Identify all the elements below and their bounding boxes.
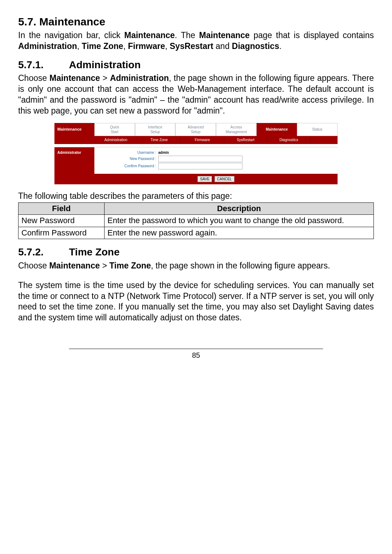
sidebar-administrator: Administrator	[54, 147, 94, 174]
tab-interface-setup[interactable]: Interface Setup	[135, 123, 176, 136]
bold: Firmware	[128, 41, 165, 51]
save-button[interactable]: SAVE	[197, 176, 212, 182]
tab-quick-start[interactable]: Quick Start	[94, 123, 135, 136]
subtab-administration[interactable]: Administration	[94, 136, 138, 144]
table-row: New Password Enter the password to which…	[19, 215, 374, 227]
text: . The	[175, 30, 199, 40]
cell-field: Confirm Password	[19, 227, 105, 239]
paragraph-572-1: Choose Maintenance > Time Zone, the page…	[18, 260, 374, 271]
th-field: Field	[19, 202, 105, 215]
text: ,	[165, 41, 170, 51]
text: ,	[77, 41, 82, 51]
tab-access-management[interactable]: Access Management	[216, 123, 257, 136]
heading-maintenance: 5.7. Maintenance	[18, 15, 374, 29]
tab-label: Access Management	[219, 125, 254, 134]
label-confirm-password: Confirm Password :	[102, 164, 158, 168]
label-username: Username :	[102, 150, 158, 155]
subtab-time-zone[interactable]: Time Zone	[138, 136, 181, 144]
label-new-password: New Password :	[102, 156, 158, 161]
text: In the navigation bar, click	[18, 30, 124, 40]
bold: Maintenance	[124, 30, 175, 40]
paragraph-572-2: The system time is the time used by the …	[18, 280, 374, 324]
tab-label: Advanced Setup	[178, 125, 213, 134]
cancel-button[interactable]: CANCEL	[215, 176, 234, 182]
bold: Maintenance	[49, 73, 100, 83]
subtab-sysrestart[interactable]: SysRestart	[224, 136, 268, 144]
subtab-diagnostics[interactable]: Diagnostics	[268, 136, 311, 144]
text: page that is displayed contains	[250, 30, 374, 40]
parameters-table: Field Description New Password Enter the…	[18, 202, 374, 239]
heading-572: 5.7.2.Time Zone	[18, 246, 374, 259]
bold: Maintenance	[199, 30, 250, 40]
text: .	[279, 41, 281, 51]
bold: Administration	[18, 41, 77, 51]
section-title: Time Zone	[69, 246, 120, 258]
text: and	[213, 41, 232, 51]
page-number: 85	[18, 350, 374, 360]
bold: SysRestart	[170, 41, 213, 51]
section-number: 5.7.2.	[18, 246, 69, 259]
bold: Time Zone	[109, 261, 151, 270]
bold: Time Zone	[82, 41, 123, 51]
cell-desc: Enter the new password again.	[105, 227, 374, 239]
tab-label: Quick Start	[97, 125, 132, 134]
th-description: Description	[105, 202, 374, 215]
text: Choose	[18, 261, 49, 270]
tab-maintenance[interactable]: Maintenance	[257, 123, 297, 136]
text: ,	[123, 41, 128, 51]
input-confirm-password[interactable]	[158, 163, 242, 169]
intro-paragraph: In the navigation bar, click Maintenance…	[18, 30, 374, 52]
text: >	[100, 261, 109, 270]
section-title: Administration	[69, 59, 141, 70]
cell-desc: Enter the password to which you want to …	[105, 215, 374, 227]
table-caption: The following table describes the parame…	[18, 191, 374, 202]
tab-label: Interface Setup	[138, 125, 173, 134]
bold: Diagnostics	[232, 41, 279, 51]
tab-label: Maintenance	[259, 127, 295, 132]
bold: Maintenance	[49, 261, 100, 270]
value-username: admin	[158, 150, 169, 155]
subtab-firmware[interactable]: Firmware	[181, 136, 224, 144]
cell-field: New Password	[19, 215, 105, 227]
tab-advanced-setup[interactable]: Advanced Setup	[175, 123, 216, 136]
text: , the page shown in the following figure…	[151, 261, 330, 270]
bold: Administration	[110, 73, 169, 83]
input-new-password[interactable]	[158, 156, 242, 162]
section-number: 5.7.1.	[18, 58, 69, 71]
tab-label: Status	[299, 127, 335, 132]
text: Choose	[18, 73, 49, 83]
text: >	[100, 73, 110, 83]
subtab-blank	[311, 136, 338, 144]
table-row: Confirm Password Enter the new password …	[19, 227, 374, 239]
heading-571: 5.7.1.Administration	[18, 58, 374, 71]
footer-divider	[69, 349, 323, 349]
screenshot-admin-panel: Maintenance Quick Start Interface Setup …	[54, 123, 338, 184]
tab-status[interactable]: Status	[297, 123, 338, 136]
sidebar-title: Maintenance	[54, 123, 94, 136]
paragraph-571: Choose Maintenance > Administration, the…	[18, 73, 374, 116]
